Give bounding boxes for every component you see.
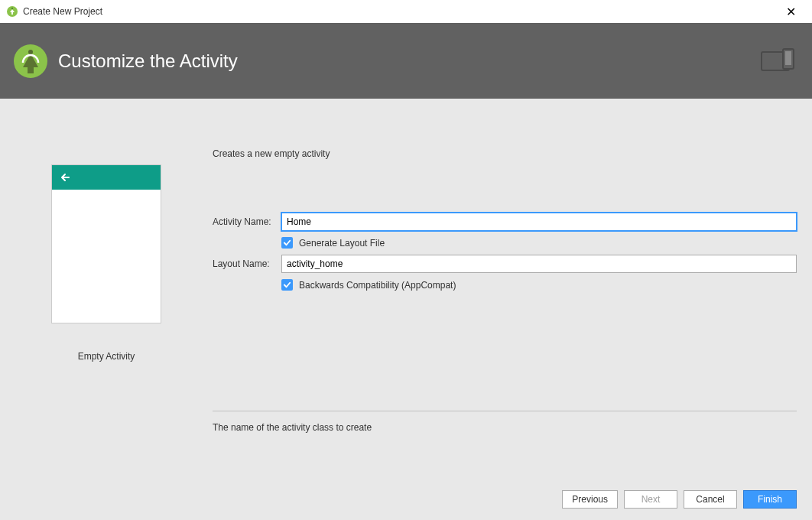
backwards-compat-checkbox[interactable] bbox=[281, 279, 293, 291]
separator bbox=[213, 411, 797, 411]
svg-point-1 bbox=[11, 8, 13, 9]
form-subtitle: Creates a new empty activity bbox=[213, 148, 797, 159]
backwards-compat-row: Backwards Compatibility (AppCompat) bbox=[281, 279, 797, 291]
banner-title: Customize the Activity bbox=[58, 50, 238, 72]
backwards-compat-label: Backwards Compatibility (AppCompat) bbox=[299, 280, 456, 291]
device-icon bbox=[760, 47, 797, 74]
generate-layout-label: Generate Layout File bbox=[299, 238, 385, 249]
help-text: The name of the activity class to create bbox=[213, 422, 797, 433]
android-studio-icon bbox=[6, 5, 18, 18]
activity-name-label: Activity Name: bbox=[213, 216, 281, 227]
back-arrow-icon bbox=[60, 171, 72, 184]
layout-name-row: Layout Name: bbox=[213, 255, 797, 273]
button-bar: Previous Next Cancel Finish bbox=[0, 479, 812, 520]
svg-point-3 bbox=[28, 50, 33, 54]
finish-button[interactable]: Finish bbox=[743, 490, 797, 509]
preview-phone-appbar bbox=[52, 165, 161, 190]
preview-phone bbox=[51, 164, 161, 323]
svg-rect-6 bbox=[785, 51, 791, 65]
previous-button[interactable]: Previous bbox=[562, 490, 618, 509]
preview-label: Empty Activity bbox=[78, 351, 135, 362]
generate-layout-row: Generate Layout File bbox=[281, 237, 797, 249]
activity-name-input[interactable] bbox=[281, 213, 797, 231]
content-area: Empty Activity Creates a new empty activ… bbox=[0, 99, 812, 479]
android-studio-logo bbox=[12, 43, 49, 80]
layout-name-input[interactable] bbox=[281, 255, 797, 273]
window-title: Create New Project bbox=[23, 6, 102, 17]
banner: Customize the Activity bbox=[0, 23, 812, 99]
generate-layout-checkbox[interactable] bbox=[281, 237, 293, 249]
close-icon[interactable]: ✕ bbox=[775, 5, 806, 19]
activity-name-row: Activity Name: bbox=[213, 213, 797, 231]
titlebar: Create New Project ✕ bbox=[0, 0, 812, 23]
next-button[interactable]: Next bbox=[624, 490, 677, 509]
preview-panel: Empty Activity bbox=[0, 99, 213, 479]
form-panel: Creates a new empty activity Activity Na… bbox=[213, 99, 812, 479]
layout-name-label: Layout Name: bbox=[213, 258, 281, 269]
cancel-button[interactable]: Cancel bbox=[684, 490, 737, 509]
